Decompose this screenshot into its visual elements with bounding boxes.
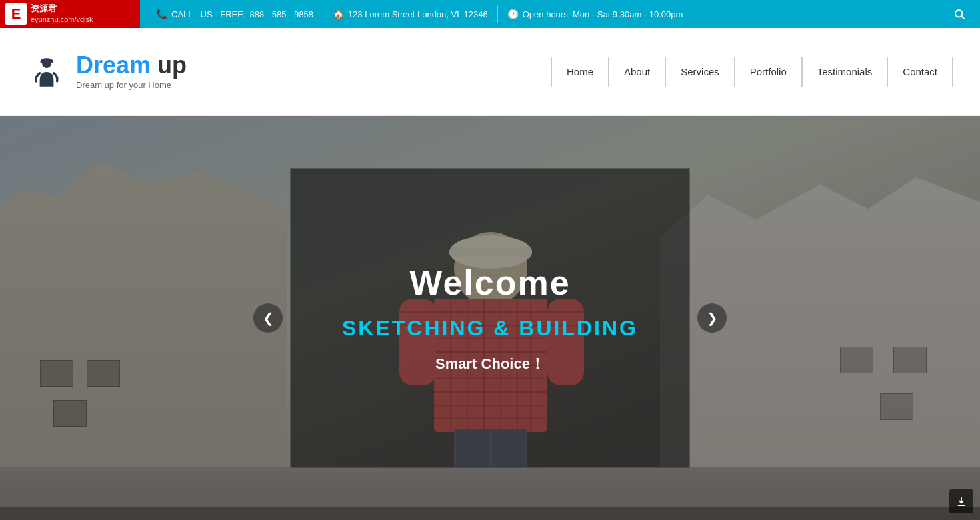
slider-welcome-text: Welcome	[409, 263, 570, 303]
logo-text: Dream up Dream up for your Home	[76, 53, 187, 90]
slider-subtitle-text: SKETCHING & BUILDING	[342, 316, 638, 341]
svg-rect-32	[492, 430, 525, 467]
svg-point-0	[955, 10, 963, 17]
phone-icon: 📞	[156, 9, 167, 19]
svg-rect-31	[456, 430, 489, 467]
nav-item-portfolio[interactable]: Portfolio	[735, 28, 801, 115]
home-icon: 🏠	[333, 9, 344, 19]
download-button[interactable]	[949, 489, 973, 513]
nav-item-home[interactable]: Home	[552, 28, 608, 115]
phone-number: 888 - 585 - 9858	[249, 9, 313, 19]
watermark-letter: E	[5, 3, 27, 25]
logo-dream: Dream	[76, 51, 151, 79]
main-nav: Home About Services Portfolio Testimonia…	[551, 28, 953, 115]
phone-info: 📞 CALL - US - FREE: 888 - 585 - 9858	[147, 0, 323, 28]
nav-sep-6	[952, 57, 953, 87]
watermark-cn-name: 资源君	[31, 3, 93, 15]
svg-line-1	[961, 16, 964, 19]
nav-item-services[interactable]: Services	[666, 28, 734, 115]
address-text: 123 Lorem Street London, VL 12346	[348, 9, 488, 19]
logo-up: up	[151, 51, 187, 79]
svg-rect-4	[40, 61, 53, 63]
nav-item-about[interactable]: About	[609, 28, 665, 115]
top-bar: 📞 CALL - US - FREE: 888 - 585 - 9858 🏠 1…	[0, 0, 980, 28]
slider-card: Welcome SKETCHING & BUILDING Smart Choic…	[290, 168, 690, 468]
svg-point-3	[40, 58, 53, 64]
nav-item-contact[interactable]: Contact	[888, 28, 952, 115]
nav-item-testimonials[interactable]: Testimonials	[803, 28, 887, 115]
logo-title: Dream up	[76, 53, 187, 77]
watermark-url: eyunzhu.com/vdisk	[31, 15, 93, 24]
hours-text: Open hours: Mon - Sat 9.30am - 10.00pm	[523, 9, 683, 19]
clock-icon: 🕐	[507, 9, 519, 19]
header: Dream up Dream up for your Home Home Abo…	[0, 28, 980, 116]
logo-subtitle: Dream up for your Home	[76, 80, 187, 90]
hero-bottom-bar	[0, 507, 980, 520]
watermark-logo: E 资源君 eyunzhu.com/vdisk	[0, 0, 140, 28]
logo-icon-wrap	[27, 52, 67, 92]
search-area	[945, 0, 973, 28]
slider-text-group: Welcome SKETCHING & BUILDING Smart Choic…	[342, 263, 638, 374]
svg-rect-7	[449, 247, 532, 257]
search-button[interactable]	[945, 0, 973, 28]
person-icon	[29, 55, 64, 89]
logo[interactable]: Dream up Dream up for your Home	[27, 52, 187, 92]
address-info: 🏠 123 Lorem Street London, VL 12346	[323, 0, 497, 28]
slider-next-button[interactable]: ❯	[697, 303, 727, 333]
hero-section: Welcome SKETCHING & BUILDING Smart Choic…	[0, 116, 980, 520]
hours-info: 🕐 Open hours: Mon - Sat 9.30am - 10.00pm	[498, 0, 693, 28]
phone-label: CALL - US - FREE:	[171, 9, 245, 19]
slider-prev-button[interactable]: ❮	[253, 303, 283, 333]
slider-tagline-text: Smart Choice！	[435, 354, 545, 374]
